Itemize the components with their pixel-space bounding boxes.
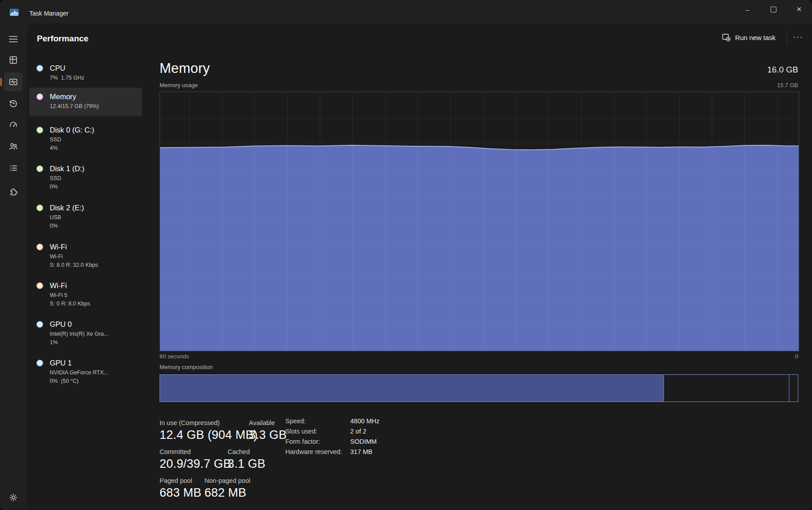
perf-row-subtitle: 12.4/15.7 GB (79%) [50, 102, 99, 111]
maximize-button[interactable] [760, 0, 786, 19]
users-icon [9, 142, 18, 151]
stat-available: Available 3.3 GB [249, 419, 287, 442]
x-axis-right-label: 0 [795, 353, 798, 360]
perf-row-title: Memory [50, 92, 76, 101]
sidebar-item-users[interactable] [4, 137, 23, 156]
stat-value: 12.4 GB (904 MB) [160, 428, 258, 442]
wifi-dot [36, 244, 43, 250]
perf-row-subtitle: Wi-Fi [50, 253, 63, 261]
stat-cached: Cached 3.1 GB [228, 448, 265, 471]
sidebar-item-processes[interactable] [4, 51, 23, 69]
nav-rail [0, 24, 27, 510]
memory-total-capacity: 16.0 GB [767, 65, 798, 76]
menu-button[interactable] [4, 30, 23, 48]
composition-segment-standby-cached [664, 375, 790, 402]
stat-paged-pool: Paged pool 683 MB [160, 477, 201, 500]
chart-max-label: 15.7 GB [777, 82, 798, 88]
services-puzzle-icon [9, 188, 18, 197]
perf-row-disk2[interactable]: Disk 2 (E:) USB 0% [29, 199, 142, 234]
wifi-dot [36, 282, 43, 289]
perf-row-title: Disk 0 (G: C:) [50, 125, 94, 135]
sidebar-item-app-history[interactable] [4, 94, 23, 113]
perf-row-subtitle: 0% [50, 183, 58, 191]
stat-value: 4800 MHz [350, 418, 380, 425]
perf-row-subtitle: 4% [50, 144, 58, 153]
perf-row-subtitle: 0% [50, 222, 58, 230]
hamburger-icon [8, 35, 18, 43]
perf-row-title: Disk 2 (E:) [50, 203, 84, 213]
task-manager-app-icon [10, 9, 19, 16]
gpu-dot [36, 321, 43, 328]
stat-value: 3.3 GB [249, 428, 287, 442]
stat-label: In use (Compressed) [160, 419, 258, 426]
titlebar: Task Manager – ✕ [0, 0, 812, 24]
perf-row-subtitle: Wi-Fi 5 [50, 291, 68, 300]
maximize-icon [771, 7, 776, 12]
perf-row-subtitle: 0% (50 °C) [50, 377, 79, 386]
header-divider [787, 32, 787, 43]
performance-icon [9, 77, 18, 86]
composition-segment-in-use [160, 375, 664, 402]
selected-accent-bar [0, 78, 2, 86]
x-axis-left-label: 60 seconds [160, 353, 189, 360]
perf-row-wifi-2[interactable]: Wi-Fi Wi-Fi 5 S: 0 R: 8.0 Kbps [29, 277, 142, 312]
run-new-task-button[interactable]: Run new task [717, 29, 781, 46]
composition-segment-free [789, 375, 798, 402]
perf-row-gpu0[interactable]: GPU 0 Intel(R) Iris(R) Xe Gra... 1% [29, 315, 142, 351]
sidebar-item-services[interactable] [4, 183, 23, 201]
perf-row-title: Wi-Fi [50, 242, 67, 252]
stat-label: Committed [160, 448, 232, 455]
stat-label: Speed: [285, 418, 347, 425]
task-manager-window: Task Manager – ✕ [0, 0, 812, 510]
stat-value: SODIMM [350, 438, 380, 445]
perf-row-title: GPU 0 [50, 319, 72, 329]
window-title: Task Manager [29, 10, 68, 17]
processes-icon [9, 56, 18, 64]
perf-row-title: Wi-Fi [50, 281, 67, 290]
perf-row-cpu[interactable]: CPU 7% 1.75 GHz [29, 59, 142, 86]
stat-value: 20.9/39.7 GB [160, 457, 232, 471]
memory-composition-bar [160, 374, 798, 402]
perf-row-memory[interactable]: Memory 12.4/15.7 GB (79%) [29, 88, 142, 116]
close-button[interactable]: ✕ [786, 0, 812, 19]
content-panel: Performance Run new task ··· CPU 7% 1.75… [27, 24, 812, 510]
stat-label: Form factor: [285, 438, 347, 445]
stat-label: Hardware reserved: [285, 448, 347, 455]
perf-row-title: Disk 1 (D:) [50, 164, 84, 173]
stat-label: Slots used: [285, 428, 347, 435]
sidebar-item-details[interactable] [4, 159, 23, 177]
disk-dot [36, 127, 43, 133]
perf-row-subtitle: S: 8.0 R: 32.0 Kbps [50, 261, 98, 269]
perf-row-subtitle: S: 0 R: 8.0 Kbps [50, 300, 90, 308]
stat-committed: Committed 20.9/39.7 GB [160, 448, 232, 471]
sidebar-item-performance[interactable] [4, 72, 23, 91]
disk-dot [36, 165, 43, 172]
cpu-dot [36, 65, 43, 72]
memory-usage-chart [160, 92, 799, 351]
perf-row-subtitle: 7% 1.75 GHz [50, 74, 84, 82]
perf-row-wifi-1[interactable]: Wi-Fi Wi-Fi S: 8.0 R: 32.0 Kbps [29, 238, 142, 273]
stat-value: 317 MB [350, 448, 380, 455]
sidebar-item-startup-apps[interactable] [4, 116, 23, 134]
memory-usage-area-chart [160, 92, 799, 351]
settings-button[interactable] [4, 488, 23, 507]
stat-label: Non-paged pool [204, 477, 250, 484]
perf-row-disk1[interactable]: Disk 1 (D:) SSD 0% [29, 160, 142, 195]
stat-label: Paged pool [160, 477, 201, 484]
stat-value: 683 MB [160, 486, 201, 500]
minimize-button[interactable]: – [735, 0, 760, 19]
memory-hardware-info: Speed: 4800 MHz Slots used: 2 of 2 Form … [285, 418, 380, 455]
more-options-button[interactable]: ··· [789, 29, 808, 46]
perf-row-disk0[interactable]: Disk 0 (G: C:) SSD 4% [29, 121, 142, 157]
speedometer-icon [9, 120, 18, 129]
perf-row-subtitle: 1% [50, 338, 58, 347]
perf-row-title: GPU 1 [50, 358, 72, 368]
memory-dot [36, 93, 43, 100]
perf-row-subtitle: USB [50, 213, 61, 222]
disk-dot [36, 205, 43, 211]
stat-label: Available [249, 419, 287, 426]
stat-in-use: In use (Compressed) 12.4 GB (904 MB) [160, 419, 258, 442]
perf-row-gpu1[interactable]: GPU 1 NVIDIA GeForce RTX... 0% (50 °C) [29, 354, 142, 390]
page-title: Performance [37, 34, 88, 44]
run-new-task-icon [722, 33, 731, 41]
